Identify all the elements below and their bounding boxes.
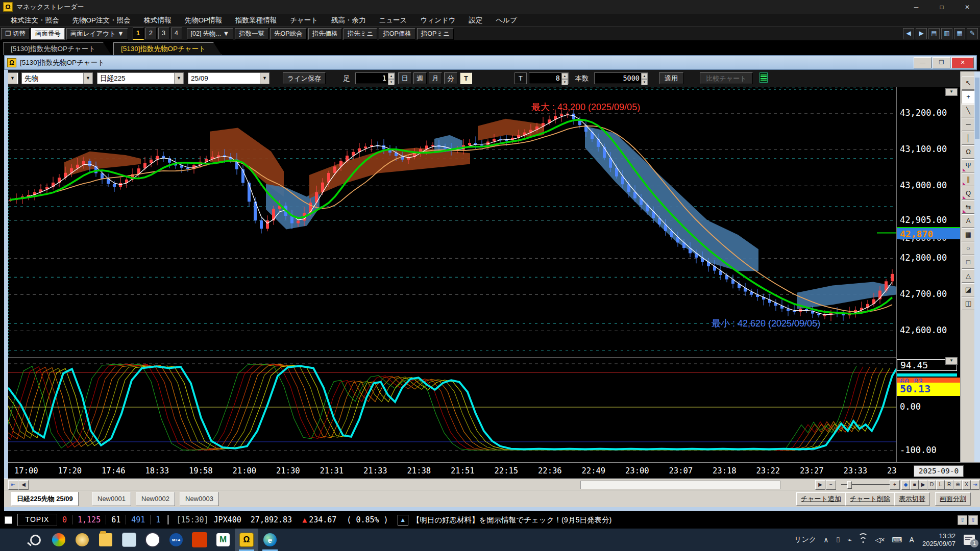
indicator-settings-icon[interactable] <box>760 72 768 83</box>
preset-dropdown[interactable]: [02] 先物... ▼ <box>187 28 234 40</box>
screen-number-button[interactable]: 画面番号 <box>31 28 65 40</box>
minimize-icon[interactable]: — <box>914 57 932 68</box>
contract-month-select[interactable]: 25/09▼ <box>188 72 270 84</box>
rectangle-icon[interactable]: □ <box>962 256 975 269</box>
footer-tab-3[interactable]: New0003 <box>180 492 219 506</box>
doc-tab-0[interactable]: [5130]指数先物OPチャート <box>3 42 111 55</box>
power-icon[interactable]: ⌁ <box>847 536 851 544</box>
maximize-icon[interactable]: □ <box>929 1 954 14</box>
day-button[interactable]: D <box>927 480 936 490</box>
scroll-left-button[interactable]: ◀ <box>18 480 29 490</box>
doc-tab-1[interactable]: [5130]指数先物OPチャート <box>113 42 222 55</box>
fan-lines-icon[interactable]: Ψ <box>962 159 975 172</box>
taskbar-edge[interactable]: e <box>258 529 282 551</box>
bar-interval-stepper[interactable]: 1▲▼ <box>355 72 395 84</box>
taskbar-explorer[interactable] <box>94 529 117 551</box>
close-chart-button[interactable]: X <box>962 480 971 490</box>
device-icon[interactable]: ⌷ <box>836 536 840 544</box>
period-button-分[interactable]: 分 <box>444 72 457 84</box>
crosshair-icon[interactable]: + <box>962 90 975 104</box>
footer-tab-2[interactable]: New0002 <box>136 492 175 506</box>
restore-icon[interactable]: ❐ <box>933 57 950 68</box>
layout-switch-button[interactable]: ❐ 切替 <box>1 28 30 40</box>
menu-item-指数業種情報[interactable]: 指数業種情報 <box>229 16 283 25</box>
scroll-end-button[interactable]: ⇥ <box>971 480 979 490</box>
crosshair-mode-button[interactable]: ◆ <box>901 480 910 490</box>
tray-chevron-icon[interactable]: ∧ <box>823 536 828 544</box>
zoom-out-button[interactable]: − <box>826 480 836 490</box>
toolbar-right-icon-4[interactable]: ▦ <box>954 28 965 39</box>
period-button-週[interactable]: 週 <box>413 72 427 84</box>
links-label[interactable]: リンク <box>794 535 816 544</box>
toolbar-right-icon-2[interactable]: ▤ <box>928 28 940 39</box>
close-icon[interactable]: ✕ <box>954 1 980 14</box>
eraser-all-icon[interactable]: ◫ <box>962 297 975 310</box>
period-button-日[interactable]: 日 <box>398 72 411 84</box>
screen-4[interactable]: 4 <box>171 28 182 39</box>
screen-3[interactable]: 3 <box>158 28 169 39</box>
quote-note-icon[interactable]: Q <box>962 187 975 200</box>
taskbar-copilot[interactable] <box>47 529 70 551</box>
footer-button-チャート削除[interactable]: チャート削除 <box>845 492 895 506</box>
taskbar-clock-app[interactable] <box>141 529 164 551</box>
line-button[interactable]: L <box>936 480 945 490</box>
menu-item-ウィンドウ[interactable]: ウィンドウ <box>413 16 462 25</box>
price-panel-dropdown[interactable]: ▼ <box>945 88 958 96</box>
line-save-button[interactable]: ライン保存 <box>283 72 326 84</box>
tick-toggle-on[interactable]: T <box>460 72 472 84</box>
oscillator-panel-dropdown[interactable]: ▼ <box>945 357 958 365</box>
ticker-symbol-button[interactable]: TOPIX <box>17 514 57 526</box>
minimize-icon[interactable]: ─ <box>903 1 929 14</box>
bar-count-stepper[interactable]: 5000▲▼ <box>594 72 648 84</box>
toolbar-button-指OP価格[interactable]: 指OP価格 <box>379 28 415 40</box>
news-headline[interactable]: 【明日の好悪材料】を開示情報でチェック！(9月5日発表分) <box>412 515 612 525</box>
menu-item-株式情報[interactable]: 株式情報 <box>137 16 178 25</box>
taskbar-office[interactable] <box>188 529 211 551</box>
menu-item-株式注文・照会[interactable]: 株式注文・照会 <box>4 16 66 25</box>
scroll-home-button[interactable]: ⇤ <box>8 480 18 490</box>
chart-window-titlebar[interactable]: Ω [5130]指数先物OPチャート —❐✕ <box>4 55 977 70</box>
horizontal-line-icon[interactable]: ─ <box>962 118 975 131</box>
screen-1[interactable]: 1 <box>133 28 144 40</box>
magnify-button[interactable]: ⊕ <box>953 480 962 490</box>
scroll-right-button[interactable]: ▶ <box>815 480 825 490</box>
menu-item-ニュース[interactable]: ニュース <box>372 16 413 25</box>
menu-item-設定[interactable]: 設定 <box>462 16 489 25</box>
ticker-checkbox[interactable] <box>5 516 12 524</box>
alert-icon[interactable]: Ω <box>962 145 975 159</box>
ime-mode[interactable]: A <box>910 536 914 544</box>
scroll-up-icon[interactable]: ⇧ <box>958 515 967 525</box>
tick-count-stepper[interactable]: 8▲▼ <box>529 72 569 84</box>
toolbar-button-指先ミニ[interactable]: 指先ミニ <box>344 28 378 40</box>
compare-chart-button[interactable]: 比較チャート <box>700 72 753 84</box>
period-button-月[interactable]: 月 <box>429 72 442 84</box>
menu-item-残高・余力[interactable]: 残高・余力 <box>325 16 373 25</box>
footer-button-画面分割[interactable]: 画面分割 <box>935 492 971 506</box>
select-icon[interactable]: ↖ <box>962 77 975 90</box>
toolbar-button-指先価格[interactable]: 指先価格 <box>308 28 342 40</box>
trend-line-icon[interactable]: ╲ <box>962 104 975 117</box>
instrument-select[interactable]: 日経225▼ <box>97 72 184 84</box>
eraser-icon[interactable]: ◪ <box>962 283 975 296</box>
toolbar-button-先OP総合[interactable]: 先OP総合 <box>270 28 307 40</box>
taskbar-monex-m[interactable]: M <box>211 529 235 551</box>
clock[interactable]: 13:32 2025/09/07 <box>922 532 955 547</box>
close-icon[interactable]: ✕ <box>951 57 974 68</box>
vertical-line-icon[interactable]: │ <box>962 132 975 145</box>
menu-item-チャート[interactable]: チャート <box>283 16 325 25</box>
taskbar-monex-trader[interactable]: Ω <box>235 529 258 551</box>
menu-item-ヘルプ[interactable]: ヘルプ <box>489 16 524 25</box>
footer-tab-1[interactable]: New0001 <box>92 492 131 506</box>
price-chart[interactable]: 最大 : 43,200 (2025/09/05)最小 : 42,620 (202… <box>8 87 896 462</box>
taskbar-notepad[interactable] <box>117 529 141 551</box>
text-icon[interactable]: A <box>962 214 975 228</box>
screen-layout-dropdown[interactable]: 画面レイアウト ▼ <box>66 28 128 40</box>
keyboard-icon[interactable]: ⌨ <box>892 536 902 544</box>
cycle-arrows-icon[interactable]: ⇆ <box>962 201 975 214</box>
stop-button[interactable]: ■ <box>910 480 919 490</box>
grid-icon[interactable]: ▦ <box>962 228 975 241</box>
footer-tab-0[interactable]: 日経225先物 25/09 <box>11 492 79 506</box>
triangle-icon[interactable]: △ <box>962 269 975 283</box>
screen-2[interactable]: 2 <box>145 28 157 39</box>
toolbar-right-icon-0[interactable]: ◀ <box>903 28 914 39</box>
